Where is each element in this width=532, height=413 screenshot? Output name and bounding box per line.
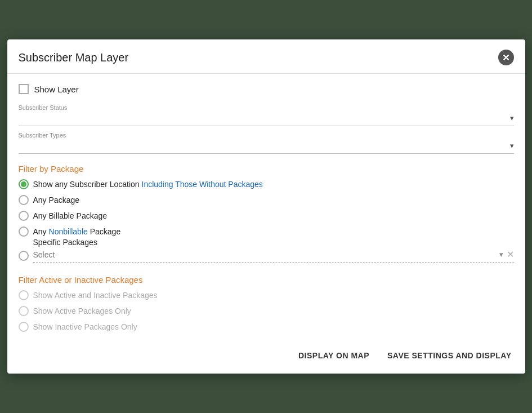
filter-by-package-title: Filter by Package [19,164,514,174]
subscriber-types-select[interactable] [19,140,508,151]
specific-packages-select-input[interactable] [33,250,499,259]
modal-body: Show Layer Subscriber Status ▾ Subscribe… [7,74,525,337]
subscriber-types-chevron-icon: ▾ [510,141,514,150]
specific-packages-chevron-icon: ▾ [499,250,503,259]
package-option-2[interactable]: Any Package [19,195,514,205]
modal-overlay: Subscriber Map Layer ✕ Show Layer Subscr… [0,0,532,413]
modal-header: Subscriber Map Layer ✕ [7,39,525,74]
specific-packages-radio[interactable] [19,251,29,261]
subscriber-types-label: Subscriber Types [19,132,514,139]
package-option-4[interactable]: Any Nonbillable Package [19,227,514,237]
active-option-2-label: Show Active Packages Only [33,307,131,316]
display-on-map-button[interactable]: DISPLAY ON MAP [296,347,372,365]
package-radio-2[interactable] [19,195,29,205]
modal-footer: DISPLAY ON MAP SAVE SETTINGS AND DISPLAY [7,337,525,374]
modal-dialog: Subscriber Map Layer ✕ Show Layer Subscr… [7,39,525,374]
subscriber-status-label: Subscriber Status [19,104,514,111]
specific-packages-row: ▾ ✕ [19,249,514,263]
show-layer-label: Show Layer [34,85,79,94]
active-radio-group: Show Active and Inactive Packages Show A… [19,290,514,332]
active-option-1-label: Show Active and Inactive Packages [33,291,158,300]
active-radio-2[interactable] [19,306,29,316]
subscriber-status-select[interactable] [19,112,508,123]
package-option-1[interactable]: Show any Subscriber Location Including T… [19,179,514,189]
subscriber-status-group: Subscriber Status ▾ [19,104,514,126]
active-option-3[interactable]: Show Inactive Packages Only [19,322,514,332]
modal-title: Subscriber Map Layer [19,51,129,64]
package-radio-4[interactable] [19,227,29,237]
active-radio-1[interactable] [19,290,29,300]
active-radio-3[interactable] [19,322,29,332]
active-option-2[interactable]: Show Active Packages Only [19,306,514,316]
package-option-1-blue: Including Those Without Packages [142,180,263,189]
package-option-4-label: Any Nonbillable Package [33,227,121,236]
subscriber-status-dropdown[interactable]: ▾ [19,112,514,126]
inactive-blue-text: Inactive [74,275,104,285]
subscriber-status-chevron-icon: ▾ [510,114,514,122]
subscriber-types-dropdown[interactable]: ▾ [19,140,514,154]
close-button[interactable]: ✕ [498,50,514,65]
package-radio-3[interactable] [19,211,29,221]
package-option-4-blue: Nonbillable [49,227,88,236]
subscriber-types-group: Subscriber Types ▾ [19,132,514,154]
specific-packages-clear-icon[interactable]: ✕ [507,249,514,260]
active-option-3-label: Show Inactive Packages Only [33,322,137,331]
save-settings-button[interactable]: SAVE SETTINGS AND DISPLAY [385,347,513,365]
package-option-3-label: Any Billable Package [33,211,108,220]
package-option-2-label: Any Package [33,196,80,205]
package-option-1-label: Show any Subscriber Location Including T… [33,180,263,189]
active-option-1[interactable]: Show Active and Inactive Packages [19,290,514,300]
package-radio-group: Show any Subscriber Location Including T… [19,179,514,237]
package-option-3[interactable]: Any Billable Package [19,211,514,221]
show-layer-checkbox[interactable] [19,84,29,94]
filter-active-title: Filter Active or Inactive Packages [19,275,514,285]
specific-packages-label: Specific Packages [33,238,514,247]
show-layer-row: Show Layer [19,84,514,94]
specific-packages-select-row: ▾ ✕ [33,249,514,263]
package-radio-1[interactable] [19,179,29,189]
